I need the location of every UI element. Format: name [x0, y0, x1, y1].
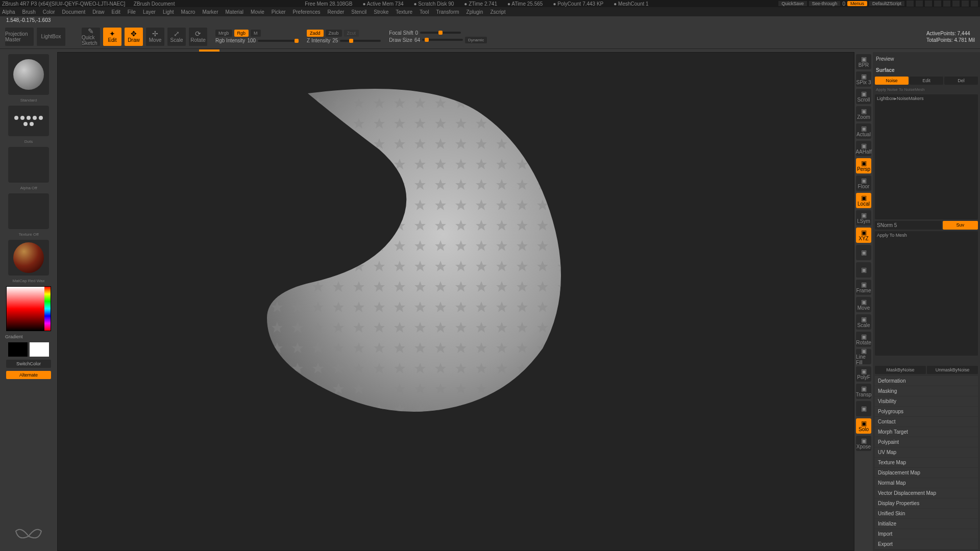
- snorm-slider[interactable]: SNorm 5: [875, 221, 942, 230]
- rail-blank[interactable]: ▣: [856, 401, 871, 416]
- section-vector-displacement-map[interactable]: Vector Displacement Map: [875, 488, 978, 498]
- menu-material[interactable]: Material: [226, 9, 244, 15]
- win-icon-5[interactable]: [943, 1, 950, 7]
- z-intensity-slider[interactable]: [340, 40, 381, 42]
- menu-color[interactable]: Color: [43, 9, 55, 15]
- rail-scroll[interactable]: ▣Scroll: [856, 89, 871, 104]
- rail-aahalf[interactable]: ▣AAHalf: [856, 141, 871, 156]
- unmask-by-noise-button[interactable]: UnmaskByNoise: [927, 366, 978, 374]
- rail-lsym[interactable]: ▣LSym: [856, 210, 871, 226]
- win-icon-1[interactable]: [906, 1, 914, 7]
- quicksketch-button[interactable]: ✎Quick Sketch: [82, 28, 100, 46]
- section-uv-map[interactable]: UV Map: [875, 447, 978, 457]
- apply-to-mesh-button[interactable]: Apply To Mesh: [875, 231, 978, 356]
- surface-header[interactable]: Surface: [875, 65, 978, 75]
- menu-transform[interactable]: Transform: [436, 9, 459, 15]
- rail-scale[interactable]: ▣Scale: [856, 314, 871, 330]
- section-morph-target[interactable]: Morph Target: [875, 427, 978, 437]
- mrgb-button[interactable]: Mrgb: [215, 30, 232, 37]
- menu-preferences[interactable]: Preferences: [293, 9, 321, 15]
- alternate-button[interactable]: Alternate: [6, 371, 51, 379]
- draw-button[interactable]: ✥Draw: [125, 28, 143, 46]
- menu-macro[interactable]: Macro: [181, 9, 195, 15]
- rotate-button[interactable]: ⟳Rotate: [189, 28, 207, 46]
- edit-noise-button[interactable]: Edit: [910, 77, 943, 85]
- menu-layer[interactable]: Layer: [143, 9, 156, 15]
- texture-thumb[interactable]: [8, 193, 49, 229]
- menu-draw[interactable]: Draw: [92, 9, 104, 15]
- section-contact[interactable]: Contact: [875, 417, 978, 427]
- menus-button[interactable]: Menus: [847, 1, 867, 6]
- maximize-icon[interactable]: [962, 1, 969, 7]
- material-thumb[interactable]: [8, 240, 49, 276]
- mask-by-noise-button[interactable]: MaskByNoise: [875, 366, 926, 374]
- menu-stroke[interactable]: Stroke: [374, 9, 388, 15]
- rail-zoom[interactable]: ▣Zoom: [856, 106, 871, 121]
- seethrough-label[interactable]: See-through: [809, 1, 841, 6]
- section-visibility[interactable]: Visibility: [875, 396, 978, 406]
- menu-file[interactable]: File: [128, 9, 136, 15]
- menu-marker[interactable]: Marker: [202, 9, 218, 15]
- minimize-icon[interactable]: [952, 1, 960, 7]
- section-export[interactable]: Export: [875, 539, 978, 549]
- section-initialize[interactable]: Initialize: [875, 519, 978, 529]
- rail-line-fill[interactable]: ▣Line Fill: [856, 349, 871, 364]
- menu-render[interactable]: Render: [328, 9, 345, 15]
- rail-rotate[interactable]: ▣Rotate: [856, 332, 871, 347]
- scale-button[interactable]: ⤢Scale: [167, 28, 186, 46]
- rail-xyz[interactable]: ▣XYZ: [856, 228, 871, 243]
- edit-button[interactable]: ✦Edit: [103, 28, 121, 46]
- brush-thumb[interactable]: [8, 54, 49, 95]
- primary-color[interactable]: [30, 342, 49, 357]
- menu-stencil[interactable]: Stencil: [351, 9, 366, 15]
- del-noise-button[interactable]: Del: [944, 77, 978, 85]
- menu-brush[interactable]: Brush: [22, 9, 36, 15]
- rail-spix-3[interactable]: ▣SPix 3: [856, 71, 871, 87]
- menu-edit[interactable]: Edit: [112, 9, 120, 15]
- script-button[interactable]: DefaultZScript: [869, 1, 904, 6]
- rail-bpr[interactable]: ▣BPR: [856, 54, 871, 69]
- rail-persp[interactable]: ▣Persp: [856, 158, 871, 173]
- switchcolor-button[interactable]: SwitchColor: [6, 360, 51, 368]
- rail-frame[interactable]: ▣Frame: [856, 280, 871, 295]
- rail-move[interactable]: ▣Move: [856, 297, 871, 312]
- close-icon[interactable]: [971, 1, 978, 7]
- dynamic-button[interactable]: Dynamic: [465, 37, 487, 43]
- section-unified-skin[interactable]: Unified Skin: [875, 509, 978, 518]
- focal-shift-slider[interactable]: [420, 32, 461, 34]
- suv-button[interactable]: Suv: [943, 221, 978, 230]
- win-icon-4[interactable]: [934, 1, 941, 7]
- rgb-button[interactable]: Rgb: [234, 30, 249, 37]
- move-button[interactable]: ✢Move: [146, 28, 164, 46]
- draw-size-slider[interactable]: [422, 39, 463, 41]
- section-masking[interactable]: Masking: [875, 386, 978, 396]
- section-import[interactable]: Import: [875, 529, 978, 539]
- canvas-viewport[interactable]: [57, 52, 854, 551]
- lightbox-noisemakers-button[interactable]: Lightbox▸NoiseMakers: [875, 94, 978, 219]
- rail-transp[interactable]: ▣Transp: [856, 384, 871, 399]
- zadd-button[interactable]: Zadd: [307, 30, 324, 37]
- rail-solo[interactable]: ▣Solo: [856, 418, 871, 434]
- section-polypaint[interactable]: Polypaint: [875, 437, 978, 447]
- section-display-properties[interactable]: Display Properties: [875, 498, 978, 508]
- quicksave-button[interactable]: QuickSave: [778, 1, 807, 6]
- secondary-color[interactable]: [8, 342, 28, 357]
- section-normal-map[interactable]: Normal Map: [875, 478, 978, 488]
- menu-document[interactable]: Document: [62, 9, 86, 15]
- gradient-label[interactable]: Gradient: [2, 334, 23, 339]
- noise-button[interactable]: Noise: [875, 77, 909, 85]
- section-texture-map[interactable]: Texture Map: [875, 458, 978, 467]
- rail-polyf[interactable]: ▣PolyF: [856, 366, 871, 382]
- menu-alpha[interactable]: Alpha: [2, 9, 15, 15]
- rail-actual[interactable]: ▣Actual: [856, 123, 871, 139]
- m-button[interactable]: M: [251, 30, 261, 37]
- menu-texture[interactable]: Texture: [396, 9, 412, 15]
- menu-movie[interactable]: Movie: [251, 9, 264, 15]
- zcut-button[interactable]: Zcut: [344, 30, 359, 37]
- win-icon-2[interactable]: [916, 1, 923, 7]
- rail-local[interactable]: ▣Local: [856, 193, 871, 208]
- section-deformation[interactable]: Deformation: [875, 376, 978, 386]
- preview-header[interactable]: Preview: [875, 54, 978, 64]
- stroke-thumb[interactable]: [8, 106, 49, 136]
- menu-zplugin[interactable]: Zplugin: [467, 9, 483, 15]
